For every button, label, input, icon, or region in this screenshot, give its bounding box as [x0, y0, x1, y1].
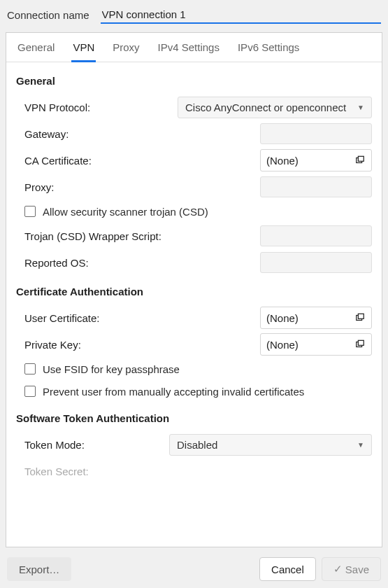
- file-open-icon: [354, 312, 366, 323]
- row-private-key: Private Key: (None): [16, 331, 372, 358]
- user-cert-file-picker[interactable]: (None): [260, 307, 372, 329]
- vpn-editor-window: Connection name General VPN Proxy IPv4 S…: [0, 0, 388, 588]
- reported-os-input[interactable]: [260, 252, 372, 273]
- svg-rect-1: [358, 156, 364, 161]
- tab-general[interactable]: General: [16, 33, 56, 62]
- tab-content: General VPN Protocol: Cisco AnyConnect o…: [6, 62, 382, 547]
- private-key-file-picker[interactable]: (None): [260, 333, 372, 356]
- tab-ipv4[interactable]: IPv4 Settings: [157, 33, 221, 62]
- prevent-invalid-checkbox[interactable]: [24, 386, 36, 397]
- row-use-fsid: Use FSID for key passphrase: [16, 358, 372, 380]
- cancel-button[interactable]: Cancel: [259, 557, 316, 581]
- row-token-mode: Token Mode: Disabled ▼: [16, 431, 372, 458]
- row-allow-csd: Allow security scanner trojan (CSD): [16, 200, 372, 223]
- section-title-cert-auth: Certificate Authentication: [16, 286, 372, 298]
- chevron-down-icon: ▼: [357, 104, 364, 111]
- row-token-secret: Token Secret:: [16, 458, 372, 484]
- row-csd-wrapper: Trojan (CSD) Wrapper Script:: [16, 223, 372, 249]
- private-key-value: (None): [266, 339, 299, 351]
- csd-wrapper-input: [260, 225, 372, 246]
- private-key-label: Private Key:: [16, 339, 81, 351]
- check-icon: ✓: [333, 563, 343, 575]
- header-row: Connection name: [0, 0, 388, 28]
- user-cert-label: User Certificate:: [16, 312, 100, 324]
- prevent-invalid-label: Prevent user from manually accepting inv…: [43, 386, 304, 398]
- csd-wrapper-label: Trojan (CSD) Wrapper Script:: [16, 230, 161, 242]
- ca-cert-file-picker[interactable]: (None): [260, 149, 372, 172]
- section-title-token: Software Token Authentication: [16, 412, 372, 424]
- row-reported-os: Reported OS:: [16, 249, 372, 276]
- row-ca-cert: CA Certificate: (None): [16, 147, 372, 174]
- svg-rect-3: [358, 314, 364, 318]
- vpn-protocol-value: Cisco AnyConnect or openconnect: [185, 102, 346, 113]
- row-user-cert: User Certificate: (None): [16, 304, 372, 331]
- proxy-label: Proxy:: [16, 181, 55, 193]
- proxy-input[interactable]: [260, 176, 372, 197]
- token-mode-value: Disabled: [177, 439, 217, 451]
- file-open-icon: [354, 155, 366, 166]
- main-panel: General VPN Proxy IPv4 Settings IPv6 Set…: [6, 32, 382, 547]
- export-button[interactable]: Export…: [7, 557, 71, 581]
- bottom-action-bar: Export… Cancel ✓ Save: [0, 552, 388, 588]
- tab-bar: General VPN Proxy IPv4 Settings IPv6 Set…: [6, 33, 382, 62]
- user-cert-value: (None): [266, 312, 299, 324]
- vpn-protocol-label: VPN Protocol:: [16, 102, 90, 113]
- ca-cert-label: CA Certificate:: [16, 155, 92, 167]
- tab-ipv6[interactable]: IPv6 Settings: [236, 33, 301, 62]
- token-mode-label: Token Mode:: [16, 439, 85, 451]
- gateway-input[interactable]: [260, 123, 372, 144]
- chevron-down-icon: ▼: [357, 441, 364, 449]
- use-fsid-checkbox[interactable]: [24, 363, 36, 374]
- token-mode-dropdown[interactable]: Disabled ▼: [169, 434, 372, 456]
- token-secret-label: Token Secret:: [16, 465, 89, 477]
- gateway-label: Gateway:: [16, 128, 69, 140]
- tab-proxy[interactable]: Proxy: [111, 33, 141, 62]
- allow-csd-label: Allow security scanner trojan (CSD): [43, 206, 208, 218]
- row-vpn-protocol: VPN Protocol: Cisco AnyConnect or openco…: [16, 94, 372, 120]
- row-proxy-field: Proxy:: [16, 174, 372, 200]
- connection-name-label: Connection name: [7, 9, 89, 21]
- file-open-icon: [354, 339, 366, 350]
- allow-csd-checkbox[interactable]: [24, 206, 36, 217]
- connection-name-input[interactable]: [101, 6, 381, 24]
- reported-os-label: Reported OS:: [16, 257, 89, 269]
- ca-cert-value: (None): [266, 155, 299, 167]
- use-fsid-label: Use FSID for key passphrase: [43, 363, 180, 375]
- svg-rect-5: [358, 340, 364, 345]
- tab-vpn[interactable]: VPN: [71, 33, 96, 62]
- row-gateway: Gateway:: [16, 120, 372, 147]
- save-button[interactable]: ✓ Save: [322, 557, 381, 581]
- row-prevent-invalid: Prevent user from manually accepting inv…: [16, 380, 372, 402]
- section-title-general: General: [16, 75, 372, 87]
- vpn-protocol-dropdown[interactable]: Cisco AnyConnect or openconnect ▼: [178, 97, 372, 118]
- save-button-label: Save: [345, 564, 369, 575]
